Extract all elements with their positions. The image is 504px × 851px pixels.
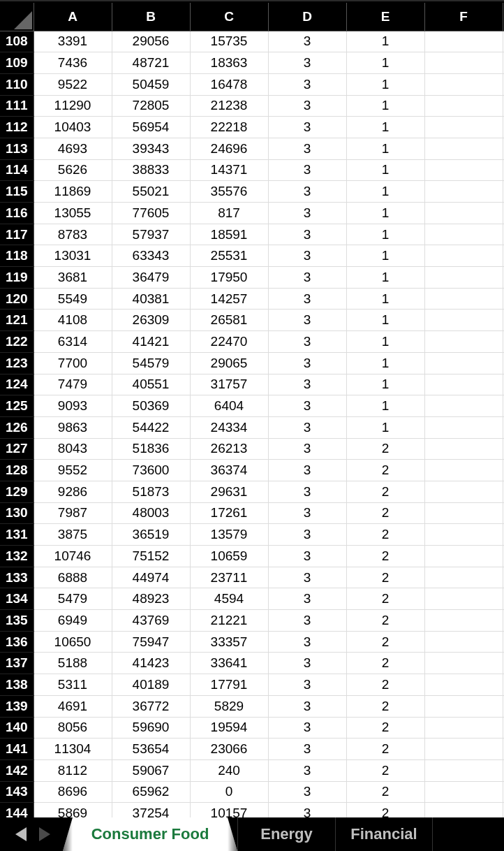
cell-C108[interactable]: 15735 bbox=[190, 31, 268, 52]
cell-F115[interactable] bbox=[424, 181, 503, 203]
cell-F137[interactable] bbox=[424, 653, 503, 674]
cell-E121[interactable]: 1 bbox=[346, 310, 424, 331]
cell-B117[interactable]: 57937 bbox=[112, 224, 190, 245]
cell-F138[interactable] bbox=[424, 674, 503, 696]
sheet-nav-next-icon[interactable] bbox=[39, 827, 50, 841]
cell-A132[interactable]: 10746 bbox=[34, 546, 112, 567]
cell-B122[interactable]: 41421 bbox=[112, 331, 190, 353]
cell-B114[interactable]: 38833 bbox=[112, 159, 190, 181]
cell-A119[interactable]: 3681 bbox=[34, 267, 112, 289]
cell-B132[interactable]: 75152 bbox=[112, 546, 190, 567]
cell-B143[interactable]: 65962 bbox=[112, 781, 190, 803]
row-header-120[interactable]: 120 bbox=[0, 288, 34, 310]
cell-C110[interactable]: 16478 bbox=[190, 73, 268, 95]
row-header-139[interactable]: 139 bbox=[0, 695, 34, 717]
cell-E137[interactable]: 2 bbox=[346, 653, 424, 674]
cell-E119[interactable]: 1 bbox=[346, 267, 424, 289]
cell-A129[interactable]: 9286 bbox=[34, 481, 112, 502]
cell-A126[interactable]: 9863 bbox=[34, 416, 112, 438]
cell-A114[interactable]: 5626 bbox=[34, 159, 112, 181]
cell-E142[interactable]: 2 bbox=[346, 759, 424, 781]
cell-E120[interactable]: 1 bbox=[346, 288, 424, 310]
cell-F123[interactable] bbox=[424, 352, 503, 374]
cell-C138[interactable]: 17791 bbox=[190, 674, 268, 696]
cell-E109[interactable]: 1 bbox=[346, 52, 424, 74]
row-header-108[interactable]: 108 bbox=[0, 31, 34, 52]
cell-F140[interactable] bbox=[424, 717, 503, 739]
cell-D129[interactable]: 3 bbox=[268, 481, 346, 502]
cell-D108[interactable]: 3 bbox=[268, 31, 346, 52]
cell-A141[interactable]: 11304 bbox=[34, 739, 112, 760]
cell-E118[interactable]: 1 bbox=[346, 245, 424, 267]
cell-F119[interactable] bbox=[424, 267, 503, 289]
row-header-112[interactable]: 112 bbox=[0, 117, 34, 138]
cell-E136[interactable]: 2 bbox=[346, 631, 424, 653]
cell-D111[interactable]: 3 bbox=[268, 95, 346, 117]
row-header-109[interactable]: 109 bbox=[0, 52, 34, 74]
cell-D116[interactable]: 3 bbox=[268, 203, 346, 224]
cell-E123[interactable]: 1 bbox=[346, 352, 424, 374]
row-header-114[interactable]: 114 bbox=[0, 159, 34, 181]
cell-D143[interactable]: 3 bbox=[268, 781, 346, 803]
cell-A110[interactable]: 9522 bbox=[34, 73, 112, 95]
cell-C119[interactable]: 17950 bbox=[190, 267, 268, 289]
cell-D137[interactable]: 3 bbox=[268, 653, 346, 674]
cell-A123[interactable]: 7700 bbox=[34, 352, 112, 374]
cell-B139[interactable]: 36772 bbox=[112, 695, 190, 717]
cell-A122[interactable]: 6314 bbox=[34, 331, 112, 353]
cell-A124[interactable]: 7479 bbox=[34, 374, 112, 395]
cell-F132[interactable] bbox=[424, 546, 503, 567]
cell-F127[interactable] bbox=[424, 438, 503, 460]
cell-D140[interactable]: 3 bbox=[268, 717, 346, 739]
cell-D142[interactable]: 3 bbox=[268, 759, 346, 781]
cell-C135[interactable]: 21221 bbox=[190, 610, 268, 632]
cell-E135[interactable]: 2 bbox=[346, 610, 424, 632]
row-header-124[interactable]: 124 bbox=[0, 374, 34, 395]
row-header-116[interactable]: 116 bbox=[0, 203, 34, 224]
cell-A137[interactable]: 5188 bbox=[34, 653, 112, 674]
cell-F126[interactable] bbox=[424, 416, 503, 438]
column-header-B[interactable]: B bbox=[112, 3, 190, 31]
cell-B142[interactable]: 59067 bbox=[112, 759, 190, 781]
sheet-tab-financial[interactable]: Financial bbox=[335, 817, 433, 851]
row-header-125[interactable]: 125 bbox=[0, 395, 34, 417]
cell-D122[interactable]: 3 bbox=[268, 331, 346, 353]
cell-B119[interactable]: 36479 bbox=[112, 267, 190, 289]
cell-E140[interactable]: 2 bbox=[346, 717, 424, 739]
cell-D126[interactable]: 3 bbox=[268, 416, 346, 438]
row-header-119[interactable]: 119 bbox=[0, 267, 34, 289]
row-header-141[interactable]: 141 bbox=[0, 739, 34, 760]
cell-E134[interactable]: 2 bbox=[346, 588, 424, 610]
cell-C113[interactable]: 24696 bbox=[190, 138, 268, 159]
cell-A111[interactable]: 11290 bbox=[34, 95, 112, 117]
cell-E144[interactable]: 2 bbox=[346, 803, 424, 817]
cell-C109[interactable]: 18363 bbox=[190, 52, 268, 74]
cell-F131[interactable] bbox=[424, 524, 503, 546]
cell-B126[interactable]: 54422 bbox=[112, 416, 190, 438]
column-header-D[interactable]: D bbox=[268, 3, 346, 31]
cell-D120[interactable]: 3 bbox=[268, 288, 346, 310]
row-header-115[interactable]: 115 bbox=[0, 181, 34, 203]
cell-C139[interactable]: 5829 bbox=[190, 695, 268, 717]
cell-B129[interactable]: 51873 bbox=[112, 481, 190, 502]
cell-A116[interactable]: 13055 bbox=[34, 203, 112, 224]
cell-D123[interactable]: 3 bbox=[268, 352, 346, 374]
cell-F129[interactable] bbox=[424, 481, 503, 502]
sheet-tab-consumer-food[interactable]: Consumer Food bbox=[63, 817, 237, 851]
row-header-133[interactable]: 133 bbox=[0, 567, 34, 588]
cell-E141[interactable]: 2 bbox=[346, 739, 424, 760]
cell-E139[interactable]: 2 bbox=[346, 695, 424, 717]
cell-A131[interactable]: 3875 bbox=[34, 524, 112, 546]
cell-F136[interactable] bbox=[424, 631, 503, 653]
cell-E129[interactable]: 2 bbox=[346, 481, 424, 502]
cell-B113[interactable]: 39343 bbox=[112, 138, 190, 159]
cell-A134[interactable]: 5479 bbox=[34, 588, 112, 610]
cell-B111[interactable]: 72805 bbox=[112, 95, 190, 117]
cell-F117[interactable] bbox=[424, 224, 503, 245]
cell-C123[interactable]: 29065 bbox=[190, 352, 268, 374]
cell-B124[interactable]: 40551 bbox=[112, 374, 190, 395]
cell-A127[interactable]: 8043 bbox=[34, 438, 112, 460]
cell-E113[interactable]: 1 bbox=[346, 138, 424, 159]
cell-E132[interactable]: 2 bbox=[346, 546, 424, 567]
cell-E143[interactable]: 2 bbox=[346, 781, 424, 803]
